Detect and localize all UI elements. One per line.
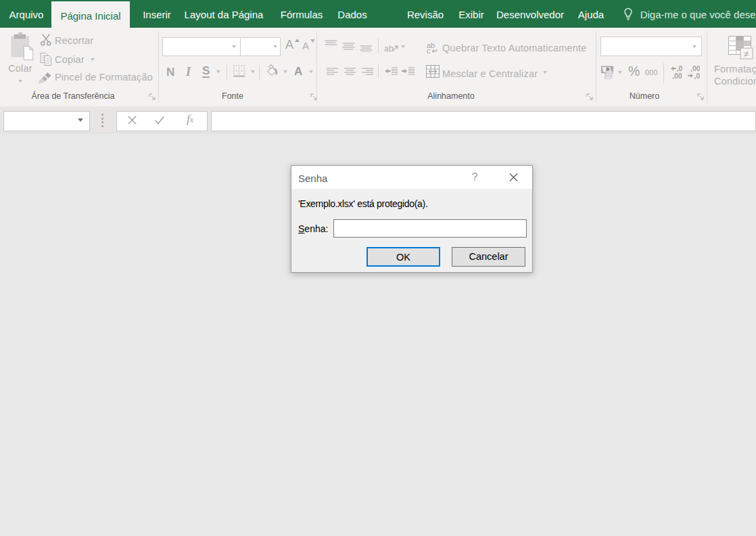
svg-text:,0: ,0 [694,72,701,80]
svg-text:c: c [427,47,431,53]
svg-text:≠: ≠ [744,49,749,59]
svg-text:,00: ,00 [672,72,682,80]
svg-text:ab: ab [384,44,394,53]
